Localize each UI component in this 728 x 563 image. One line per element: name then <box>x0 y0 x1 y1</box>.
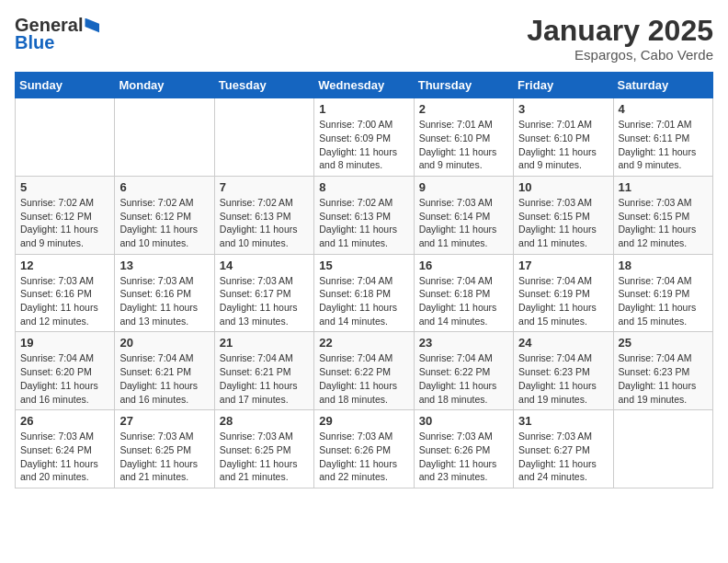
calendar-cell: 31Sunrise: 7:03 AM Sunset: 6:27 PM Dayli… <box>514 410 613 488</box>
weekday-header-sunday: Sunday <box>16 73 115 98</box>
calendar-cell: 2Sunrise: 7:01 AM Sunset: 6:10 PM Daylig… <box>414 98 513 177</box>
day-number: 17 <box>518 259 608 272</box>
day-info: Sunrise: 7:03 AM Sunset: 6:16 PM Dayligh… <box>119 274 209 328</box>
calendar-cell: 8Sunrise: 7:02 AM Sunset: 6:13 PM Daylig… <box>314 176 414 254</box>
day-number: 31 <box>518 414 608 428</box>
title-block: January 2025 Espargos, Cabo Verde <box>527 15 713 63</box>
day-number: 6 <box>119 180 209 194</box>
day-info: Sunrise: 7:04 AM Sunset: 6:22 PM Dayligh… <box>419 351 508 406</box>
weekday-header-friday: Friday <box>514 73 613 98</box>
location-subtitle: Espargos, Cabo Verde <box>527 47 713 63</box>
day-number: 16 <box>419 259 508 272</box>
day-number: 21 <box>220 336 309 350</box>
day-info: Sunrise: 7:03 AM Sunset: 6:24 PM Dayligh… <box>20 430 109 484</box>
calendar-cell: 14Sunrise: 7:03 AM Sunset: 6:17 PM Dayli… <box>214 254 313 332</box>
calendar-cell <box>16 98 115 177</box>
day-info: Sunrise: 7:03 AM Sunset: 6:15 PM Dayligh… <box>619 196 708 250</box>
calendar-cell: 28Sunrise: 7:03 AM Sunset: 6:25 PM Dayli… <box>214 410 313 488</box>
day-info: Sunrise: 7:03 AM Sunset: 6:26 PM Dayligh… <box>419 430 508 484</box>
calendar-cell: 21Sunrise: 7:04 AM Sunset: 6:21 PM Dayli… <box>214 332 313 410</box>
calendar-cell: 5Sunrise: 7:02 AM Sunset: 6:12 PM Daylig… <box>16 176 115 254</box>
week-row-3: 12Sunrise: 7:03 AM Sunset: 6:16 PM Dayli… <box>16 254 713 332</box>
weekday-header-wednesday: Wednesday <box>314 73 414 98</box>
calendar-cell: 19Sunrise: 7:04 AM Sunset: 6:20 PM Dayli… <box>16 332 115 410</box>
day-info: Sunrise: 7:04 AM Sunset: 6:18 PM Dayligh… <box>319 274 408 328</box>
calendar-cell: 4Sunrise: 7:01 AM Sunset: 6:11 PM Daylig… <box>613 98 712 177</box>
day-info: Sunrise: 7:03 AM Sunset: 6:17 PM Dayligh… <box>220 274 309 328</box>
calendar-cell: 7Sunrise: 7:02 AM Sunset: 6:13 PM Daylig… <box>214 176 313 254</box>
day-number: 30 <box>419 414 508 428</box>
day-info: Sunrise: 7:00 AM Sunset: 6:09 PM Dayligh… <box>319 118 408 172</box>
calendar-cell: 29Sunrise: 7:03 AM Sunset: 6:26 PM Dayli… <box>314 410 414 488</box>
day-info: Sunrise: 7:03 AM Sunset: 6:25 PM Dayligh… <box>220 430 309 484</box>
calendar-cell: 10Sunrise: 7:03 AM Sunset: 6:15 PM Dayli… <box>514 176 613 254</box>
weekday-header-row: SundayMondayTuesdayWednesdayThursdayFrid… <box>16 73 713 98</box>
day-info: Sunrise: 7:01 AM Sunset: 6:10 PM Dayligh… <box>419 118 508 172</box>
logo-blue-text: Blue <box>15 32 54 53</box>
calendar-cell: 22Sunrise: 7:04 AM Sunset: 6:22 PM Dayli… <box>314 332 414 410</box>
week-row-4: 19Sunrise: 7:04 AM Sunset: 6:20 PM Dayli… <box>16 332 713 410</box>
calendar-cell: 3Sunrise: 7:01 AM Sunset: 6:10 PM Daylig… <box>514 98 613 177</box>
weekday-header-saturday: Saturday <box>613 73 712 98</box>
day-number: 4 <box>619 102 708 116</box>
day-info: Sunrise: 7:04 AM Sunset: 6:22 PM Dayligh… <box>319 351 408 406</box>
day-number: 26 <box>20 414 109 428</box>
day-number: 22 <box>319 336 408 350</box>
week-row-5: 26Sunrise: 7:03 AM Sunset: 6:24 PM Dayli… <box>16 410 713 488</box>
day-number: 13 <box>119 259 209 272</box>
day-number: 2 <box>419 102 508 116</box>
day-info: Sunrise: 7:01 AM Sunset: 6:10 PM Dayligh… <box>518 118 608 172</box>
day-info: Sunrise: 7:04 AM Sunset: 6:23 PM Dayligh… <box>619 351 708 406</box>
day-info: Sunrise: 7:04 AM Sunset: 6:20 PM Dayligh… <box>20 351 109 406</box>
day-number: 29 <box>319 414 408 428</box>
day-info: Sunrise: 7:04 AM Sunset: 6:23 PM Dayligh… <box>518 351 608 406</box>
logo-icon <box>85 18 99 33</box>
calendar-cell: 23Sunrise: 7:04 AM Sunset: 6:22 PM Dayli… <box>414 332 513 410</box>
day-info: Sunrise: 7:02 AM Sunset: 6:12 PM Dayligh… <box>20 196 109 250</box>
calendar-cell: 1Sunrise: 7:00 AM Sunset: 6:09 PM Daylig… <box>314 98 414 177</box>
day-number: 1 <box>319 102 408 116</box>
day-number: 24 <box>518 336 608 350</box>
day-number: 3 <box>518 102 608 116</box>
day-info: Sunrise: 7:04 AM Sunset: 6:19 PM Dayligh… <box>518 274 608 328</box>
calendar-cell: 16Sunrise: 7:04 AM Sunset: 6:18 PM Dayli… <box>414 254 513 332</box>
day-number: 20 <box>119 336 209 350</box>
calendar-cell <box>115 98 214 177</box>
day-info: Sunrise: 7:04 AM Sunset: 6:18 PM Dayligh… <box>419 274 508 328</box>
day-info: Sunrise: 7:03 AM Sunset: 6:25 PM Dayligh… <box>119 430 209 484</box>
calendar-cell: 20Sunrise: 7:04 AM Sunset: 6:21 PM Dayli… <box>115 332 214 410</box>
logo: General Blue <box>15 15 99 53</box>
day-number: 18 <box>619 259 708 272</box>
weekday-header-tuesday: Tuesday <box>214 73 313 98</box>
day-info: Sunrise: 7:01 AM Sunset: 6:11 PM Dayligh… <box>619 118 708 172</box>
calendar-cell: 6Sunrise: 7:02 AM Sunset: 6:12 PM Daylig… <box>115 176 214 254</box>
day-number: 14 <box>220 259 309 272</box>
day-info: Sunrise: 7:03 AM Sunset: 6:26 PM Dayligh… <box>319 430 408 484</box>
day-info: Sunrise: 7:03 AM Sunset: 6:15 PM Dayligh… <box>518 196 608 250</box>
calendar-cell: 11Sunrise: 7:03 AM Sunset: 6:15 PM Dayli… <box>613 176 712 254</box>
day-number: 28 <box>220 414 309 428</box>
week-row-1: 1Sunrise: 7:00 AM Sunset: 6:09 PM Daylig… <box>16 98 713 177</box>
day-number: 7 <box>220 180 309 194</box>
calendar-cell <box>613 410 712 488</box>
day-info: Sunrise: 7:03 AM Sunset: 6:14 PM Dayligh… <box>419 196 508 250</box>
day-number: 25 <box>619 336 708 350</box>
calendar-cell: 30Sunrise: 7:03 AM Sunset: 6:26 PM Dayli… <box>414 410 513 488</box>
calendar-cell: 24Sunrise: 7:04 AM Sunset: 6:23 PM Dayli… <box>514 332 613 410</box>
calendar-cell: 13Sunrise: 7:03 AM Sunset: 6:16 PM Dayli… <box>115 254 214 332</box>
calendar-cell: 26Sunrise: 7:03 AM Sunset: 6:24 PM Dayli… <box>16 410 115 488</box>
day-number: 12 <box>20 259 109 272</box>
day-number: 27 <box>119 414 209 428</box>
calendar-table: SundayMondayTuesdayWednesdayThursdayFrid… <box>15 72 713 488</box>
day-info: Sunrise: 7:02 AM Sunset: 6:12 PM Dayligh… <box>119 196 209 250</box>
day-info: Sunrise: 7:04 AM Sunset: 6:19 PM Dayligh… <box>619 274 708 328</box>
calendar-cell: 9Sunrise: 7:03 AM Sunset: 6:14 PM Daylig… <box>414 176 513 254</box>
day-number: 11 <box>619 180 708 194</box>
calendar-cell: 27Sunrise: 7:03 AM Sunset: 6:25 PM Dayli… <box>115 410 214 488</box>
weekday-header-monday: Monday <box>115 73 214 98</box>
calendar-cell <box>214 98 313 177</box>
week-row-2: 5Sunrise: 7:02 AM Sunset: 6:12 PM Daylig… <box>16 176 713 254</box>
calendar-cell: 25Sunrise: 7:04 AM Sunset: 6:23 PM Dayli… <box>613 332 712 410</box>
month-title: January 2025 <box>527 15 713 47</box>
day-number: 5 <box>20 180 109 194</box>
